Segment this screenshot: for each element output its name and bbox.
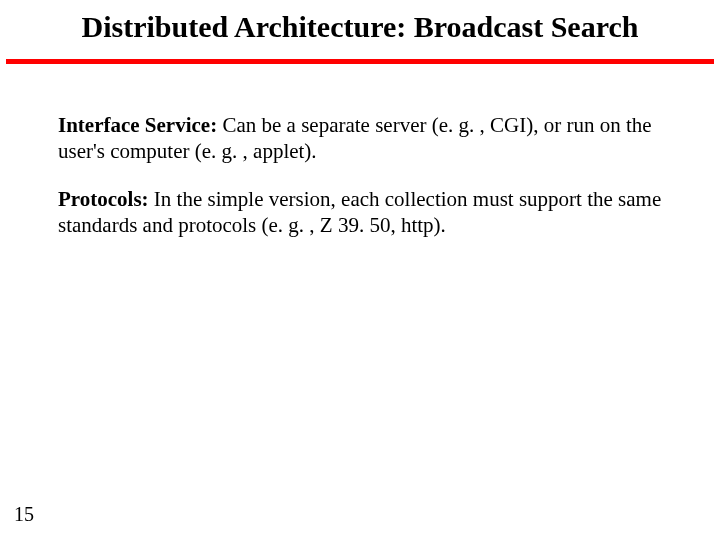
slide-content: Interface Service: Can be a separate ser… xyxy=(0,64,720,239)
text-protocols: In the simple version, each collection m… xyxy=(58,187,661,237)
label-protocols: Protocols: xyxy=(58,187,149,211)
page-number: 15 xyxy=(14,503,34,526)
slide-title: Distributed Architecture: Broadcast Sear… xyxy=(0,0,720,45)
slide: Distributed Architecture: Broadcast Sear… xyxy=(0,0,720,540)
label-interface-service: Interface Service: xyxy=(58,113,217,137)
paragraph-interface-service: Interface Service: Can be a separate ser… xyxy=(58,112,672,165)
paragraph-protocols: Protocols: In the simple version, each c… xyxy=(58,186,672,239)
